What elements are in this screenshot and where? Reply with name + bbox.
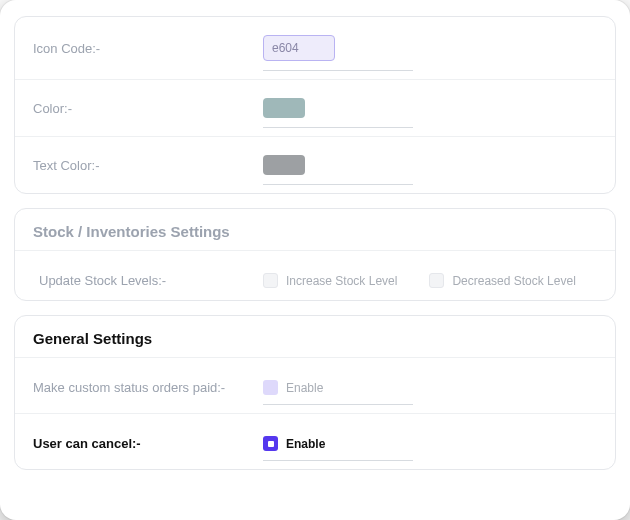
field-underline [263,460,413,461]
general-card-title: General Settings [15,316,615,358]
make-paid-checkbox[interactable]: Enable [263,380,323,395]
row-update-stock: Update Stock Levels:- Increase Stock Lev… [15,251,615,288]
general-card: General Settings Make custom status orde… [14,315,616,470]
increase-stock-label: Increase Stock Level [286,274,397,288]
increase-stock-checkbox[interactable]: Increase Stock Level [263,273,397,288]
appearance-card: Icon Code:- Color:- Text Color:- [14,16,616,194]
label-user-cancel: User can cancel:- [33,436,263,451]
label-text-color: Text Color:- [33,158,263,173]
decrease-stock-checkbox[interactable]: Decreased Stock Level [429,273,575,288]
text-color-swatch[interactable] [263,155,305,175]
row-user-cancel: User can cancel:- Enable [15,414,615,457]
checkbox-icon [263,380,278,395]
field-underline [263,404,413,405]
make-paid-option: Enable [286,381,323,395]
row-color: Color:- [15,80,615,118]
user-cancel-checkbox[interactable]: Enable [263,436,325,451]
stock-card-title: Stock / Inventories Settings [15,209,615,251]
label-color: Color:- [33,101,263,116]
checkbox-icon [263,436,278,451]
label-icon-code: Icon Code:- [33,41,263,56]
label-update-stock: Update Stock Levels:- [33,273,263,288]
stock-card: Stock / Inventories Settings Update Stoc… [14,208,616,301]
decrease-stock-label: Decreased Stock Level [452,274,575,288]
icon-code-input[interactable] [263,35,335,61]
row-text-color: Text Color:- [15,137,615,181]
field-underline [263,127,413,128]
field-underline [263,184,413,185]
row-icon-code: Icon Code:- [15,17,615,61]
checkbox-icon [429,273,444,288]
user-cancel-option: Enable [286,437,325,451]
label-make-paid: Make custom status orders paid:- [33,380,263,395]
checkbox-icon [263,273,278,288]
color-swatch[interactable] [263,98,305,118]
field-underline [263,70,413,71]
row-make-paid: Make custom status orders paid:- Enable [15,358,615,395]
settings-page: Icon Code:- Color:- Text Color:- Stock / [0,0,630,520]
